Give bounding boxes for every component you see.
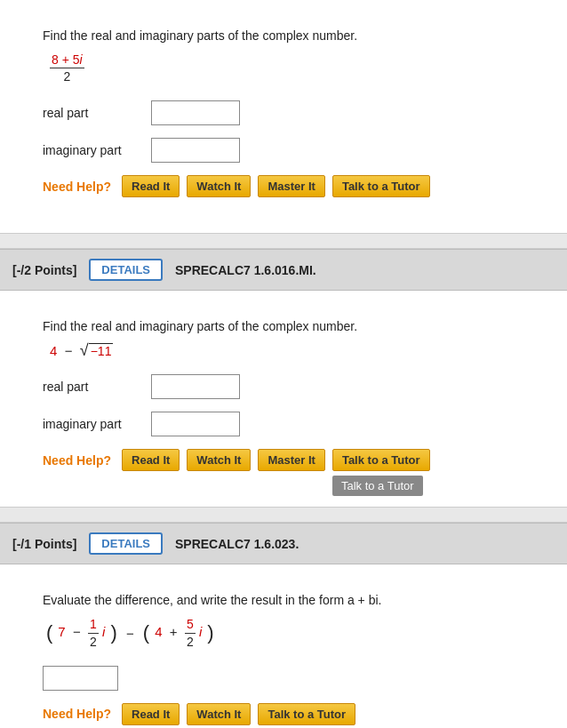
sqrt-expression: √ −11 [80, 342, 114, 358]
real-part-label-2: real part [43, 380, 140, 394]
talk-to-tutor-button-1[interactable]: Talk to a Tutor [332, 175, 430, 197]
talk-to-tutor-button-3[interactable]: Talk to a Tutor [258, 703, 355, 725]
problem-3-code: SPRECALC7 1.6.023. [175, 537, 299, 551]
problem-2-instruction: Find the real and imaginary parts of the… [43, 319, 531, 333]
answer-input-3[interactable] [43, 666, 118, 691]
problem-3-instruction: Evaluate the difference, and write the r… [43, 593, 531, 607]
imaginary-part-row-1: imaginary part [43, 138, 531, 163]
problem-3-header: [-/1 Points] DETAILS SPRECALC7 1.6.023. [0, 523, 567, 564]
real-part-row-2: real part [43, 374, 531, 399]
problem-1-instruction: Find the real and imaginary parts of the… [43, 28, 531, 43]
answer-row-3 [43, 666, 531, 691]
talk-to-tutor-button-2[interactable]: Talk to a Tutor [332, 449, 430, 471]
imaginary-part-row-2: imaginary part [43, 412, 531, 436]
watch-it-button-3[interactable]: Watch It [187, 703, 251, 725]
need-help-row-1: Need Help? Read It Watch It Master It Ta… [43, 175, 531, 197]
need-help-label-3: Need Help? [43, 707, 111, 721]
need-help-label-2: Need Help? [43, 453, 111, 468]
real-part-row-1: real part [43, 100, 531, 125]
real-part-input-1[interactable] [151, 100, 240, 125]
imaginary-part-label-1: imaginary part [43, 143, 140, 157]
master-it-button-2[interactable]: Master It [258, 449, 324, 471]
fraction-expr: 8 + 5i 2 [50, 52, 84, 84]
tutor-tooltip-2: Talk to a Tutor [332, 476, 423, 496]
problem-2-body: Find the real and imaginary parts of the… [18, 305, 549, 489]
tutor-wrapper-2: Talk to a Tutor Talk to a Tutor [332, 449, 430, 471]
real-part-label-1: real part [43, 106, 140, 120]
problem-3-body: Evaluate the difference, and write the r… [18, 579, 549, 728]
need-help-label-1: Need Help? [43, 180, 111, 194]
problem-2-points: [-/2 Points] [12, 263, 76, 277]
problem-2-header: [-/2 Points] DETAILS SPRECALC7 1.6.016.M… [0, 249, 567, 291]
watch-it-button-2[interactable]: Watch It [187, 449, 251, 471]
read-it-button-2[interactable]: Read It [122, 449, 180, 471]
problem-2-code: SPRECALC7 1.6.016.MI. [175, 263, 316, 277]
problem-1-body: Find the real and imaginary parts of the… [18, 14, 549, 215]
imaginary-part-input-1[interactable] [151, 138, 240, 163]
read-it-button-3[interactable]: Read It [122, 703, 180, 725]
real-part-input-2[interactable] [151, 374, 240, 399]
read-it-button-1[interactable]: Read It [122, 175, 180, 197]
details-button-3[interactable]: DETAILS [89, 532, 163, 555]
problem-1-expression: 8 + 5i 2 [50, 52, 531, 84]
need-help-row-2: Need Help? Read It Watch It Master It Ta… [43, 449, 531, 471]
problem-2-section: Find the real and imaginary parts of the… [0, 291, 567, 508]
details-button-2[interactable]: DETAILS [89, 259, 163, 281]
problem-3-points: [-/1 Points] [12, 537, 76, 551]
need-help-row-3: Need Help? Read It Watch It Talk to a Tu… [43, 703, 531, 725]
problem-1-section: Find the real and imaginary parts of the… [0, 0, 567, 234]
problem-2-expression: 4 − √ −11 [50, 342, 531, 358]
imaginary-part-input-2[interactable] [151, 412, 240, 436]
watch-it-button-1[interactable]: Watch It [187, 175, 251, 197]
problem-3-section: Evaluate the difference, and write the r… [0, 564, 567, 728]
imaginary-part-label-2: imaginary part [43, 417, 140, 431]
problem-3-expression: ( 7 − 1 2 i ) − ( 4 + 5 2 i [46, 616, 531, 649]
master-it-button-1[interactable]: Master It [258, 175, 324, 197]
